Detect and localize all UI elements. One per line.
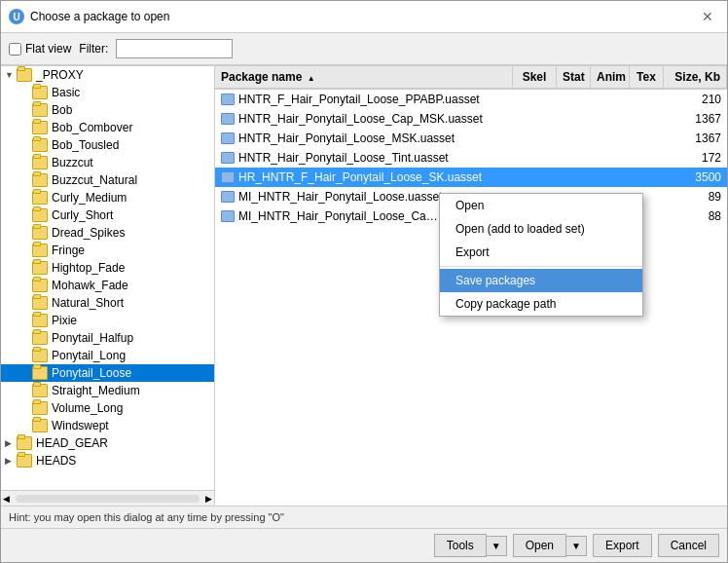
- folder-icon: [32, 261, 48, 275]
- col-header-skel[interactable]: Skel: [513, 66, 557, 88]
- tree-arrow-icon: ▼: [5, 70, 17, 80]
- tree-item[interactable]: Pixie: [1, 312, 214, 329]
- folder-icon: [32, 226, 48, 240]
- tools-dropdown[interactable]: ▼: [487, 536, 507, 556]
- tools-btn-group: Tools ▼: [434, 534, 507, 557]
- bottom-bar: Tools ▼ Open ▼ Export Cancel: [1, 528, 727, 562]
- folder-icon: [32, 384, 48, 397]
- row-filename: MI_HNTR_Hair_Ponytail_Loose.uasset: [238, 190, 442, 204]
- folder-icon: [32, 279, 48, 292]
- folder-icon: [32, 349, 48, 362]
- context-menu-item[interactable]: Export: [440, 241, 642, 264]
- folder-icon: [32, 314, 48, 327]
- tree-item-label: Straight_Medium: [52, 384, 210, 397]
- tree-item[interactable]: Hightop_Fade: [1, 259, 214, 277]
- file-icon: [221, 152, 235, 164]
- app-icon: U: [9, 9, 24, 24]
- tree-item-label: Volume_Long: [52, 401, 210, 415]
- folder-icon: [32, 86, 48, 99]
- tree-item[interactable]: Fringe: [1, 242, 214, 259]
- col-tex-cell: [630, 156, 664, 160]
- context-menu-item[interactable]: Save packages: [440, 269, 642, 292]
- tree-item[interactable]: Bob_Combover: [1, 119, 214, 136]
- col-tex-cell: [630, 175, 664, 179]
- context-menu-item[interactable]: Open (add to loaded set): [440, 217, 642, 241]
- col-skel-cell: [513, 117, 557, 121]
- open-dropdown[interactable]: ▼: [566, 536, 587, 556]
- col-anim-cell: [591, 175, 630, 179]
- scrollbar-x[interactable]: ◀ ▶: [1, 490, 214, 506]
- context-menu-item[interactable]: Copy package path: [440, 292, 642, 316]
- scroll-right[interactable]: ▶: [203, 494, 214, 504]
- cancel-button[interactable]: Cancel: [658, 534, 719, 557]
- tree-item[interactable]: Natural_Short: [1, 294, 214, 312]
- tree-item[interactable]: Bob: [1, 101, 214, 119]
- tree-item[interactable]: Bob_Tousled: [1, 136, 214, 154]
- flat-view-checkbox[interactable]: [9, 43, 21, 56]
- col-skel-cell: [513, 156, 557, 160]
- scrollbar-track: [16, 495, 200, 503]
- flat-view-label[interactable]: Flat view: [9, 42, 71, 56]
- tools-button[interactable]: Tools: [434, 534, 487, 557]
- tree-item[interactable]: Ponytail_Loose: [1, 364, 214, 382]
- tree-item[interactable]: Mohawk_Fade: [1, 277, 214, 294]
- scroll-left[interactable]: ◀: [1, 494, 12, 504]
- tree-item-label: Ponytail_Halfup: [52, 331, 210, 345]
- row-filename: MI_HNTR_Hair_Ponytail_Loose_Ca…: [238, 209, 438, 223]
- table-row[interactable]: HNTR_F_Hair_Ponytail_Loose_PPABP.uasset2…: [215, 90, 727, 109]
- tree-item[interactable]: Buzzcut: [1, 154, 214, 171]
- col-tex-cell: [630, 117, 664, 121]
- export-button[interactable]: Export: [593, 534, 652, 557]
- folder-icon: [17, 436, 32, 450]
- col-stat-cell: [557, 156, 591, 160]
- col-tex-cell: [630, 97, 664, 101]
- col-size-cell: 210: [664, 91, 727, 108]
- col-header-name[interactable]: Package name ▲: [215, 66, 513, 88]
- tree-item-label: Bob: [52, 103, 210, 117]
- tree-item[interactable]: Volume_Long: [1, 399, 214, 417]
- table-row[interactable]: HNTR_Hair_Ponytail_Loose_Tint.uasset172: [215, 148, 727, 168]
- col-stat-cell: [557, 136, 591, 140]
- tree-container[interactable]: ▼_PROXYBasicBobBob_ComboverBob_TousledBu…: [1, 66, 214, 490]
- tree-item-label: Pixie: [52, 314, 210, 327]
- tree-item-label: Ponytail_Long: [52, 349, 210, 362]
- sort-arrow-name: ▲: [308, 74, 315, 83]
- tree-item[interactable]: Ponytail_Halfup: [1, 329, 214, 347]
- row-filename: HNTR_Hair_Ponytail_Loose_MSK.uasset: [238, 131, 455, 145]
- filter-input[interactable]: [116, 39, 233, 58]
- tree-arrow-icon: ▶: [5, 456, 17, 466]
- col-anim-cell: [591, 97, 630, 101]
- tree-item-label: _PROXY: [36, 68, 210, 82]
- table-row[interactable]: HR_HNTR_F_Hair_Ponytail_Loose_SK.uasset3…: [215, 168, 727, 187]
- tree-item-label: Buzzcut: [52, 156, 210, 169]
- tree-item[interactable]: Basic: [1, 84, 214, 101]
- tree-item[interactable]: Ponytail_Long: [1, 347, 214, 364]
- col-stat-cell: [557, 97, 591, 101]
- folder-icon: [32, 419, 48, 432]
- tree-item[interactable]: Curly_Medium: [1, 189, 214, 206]
- tree-item[interactable]: Windswept: [1, 417, 214, 434]
- context-menu-item[interactable]: Open: [440, 194, 642, 217]
- tree-item[interactable]: Dread_Spikes: [1, 224, 214, 242]
- tree-item-label: Curly_Short: [52, 208, 210, 222]
- hint-bar: Hint: you may open this dialog at any ti…: [1, 506, 727, 528]
- tree-item[interactable]: Curly_Short: [1, 206, 214, 224]
- tree-item[interactable]: ▶HEAD_GEAR: [1, 434, 214, 452]
- table-row[interactable]: HNTR_Hair_Ponytail_Loose_MSK.uasset1367: [215, 129, 727, 148]
- tree-item[interactable]: Straight_Medium: [1, 382, 214, 399]
- folder-icon: [32, 138, 48, 152]
- tree-item[interactable]: ▶HEADS: [1, 452, 214, 469]
- tree-item[interactable]: ▼_PROXY: [1, 66, 214, 84]
- folder-icon: [32, 296, 48, 310]
- col-size-cell: 89: [664, 188, 727, 206]
- col-header-stat[interactable]: Stat: [557, 66, 591, 88]
- col-anim-cell: [591, 156, 630, 160]
- col-header-tex[interactable]: Tex: [630, 66, 664, 88]
- open-button[interactable]: Open: [513, 534, 566, 557]
- table-row[interactable]: HNTR_Hair_Ponytail_Loose_Cap_MSK.uasset1…: [215, 109, 727, 129]
- col-header-anim[interactable]: Anim: [591, 66, 630, 88]
- table-header: Package name ▲ Skel Stat Anim Tex Size, …: [215, 66, 727, 90]
- col-header-size[interactable]: Size, Kb: [664, 66, 727, 88]
- tree-item[interactable]: Buzzcut_Natural: [1, 171, 214, 189]
- close-button[interactable]: ✕: [696, 7, 719, 26]
